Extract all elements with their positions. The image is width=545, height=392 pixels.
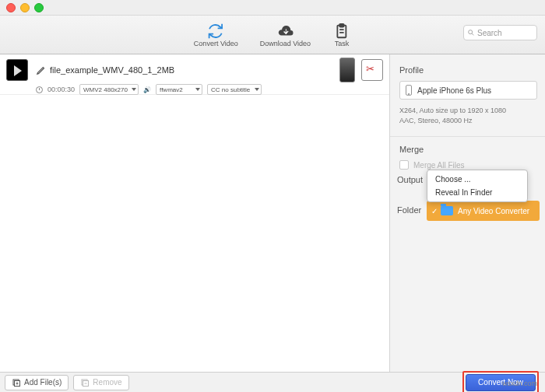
output-folder-name: Any Video Converter: [458, 207, 529, 215]
toolbar-task[interactable]: Task: [332, 23, 351, 47]
toolbar-convert-video[interactable]: Convert Video: [194, 23, 238, 47]
output-context-menu: Choose ... Reveal In Finder: [427, 170, 528, 202]
refresh-icon: [206, 23, 225, 40]
menu-reveal[interactable]: Reveal In Finder: [427, 186, 527, 199]
subtitle-select[interactable]: CC no subtitle: [207, 84, 262, 95]
close-button[interactable]: [6, 3, 16, 12]
search-icon: [467, 29, 475, 37]
output-folder-selected[interactable]: Any Video Converter: [427, 201, 540, 221]
toolbar: Convert Video Download Video Task Search: [0, 16, 545, 54]
video-edit-icon[interactable]: [361, 59, 383, 81]
add-files-button[interactable]: Add File(s): [5, 375, 69, 390]
menu-choose[interactable]: Choose ...: [427, 173, 527, 186]
play-thumbnail[interactable]: [6, 59, 28, 81]
maximize-button[interactable]: [34, 3, 44, 12]
minimize-button[interactable]: [20, 3, 30, 12]
output-title: Output: [397, 175, 423, 184]
profile-info: X264, Auto size up to 1920 x 1080 AAC, S…: [399, 106, 537, 125]
folder-icon: [441, 206, 453, 215]
clock-icon: [36, 86, 43, 93]
checkbox-icon[interactable]: [399, 160, 409, 170]
toolbar-convert-label: Convert Video: [194, 40, 238, 47]
file-duration: 00:00:30: [47, 86, 75, 93]
remove-icon: [80, 378, 90, 387]
merge-label: Merge All Files: [413, 161, 465, 170]
edit-icon[interactable]: [36, 65, 47, 75]
titlebar: [0, 0, 545, 16]
profile-select[interactable]: Apple iPhone 6s Plus: [399, 81, 537, 100]
add-icon: [12, 378, 21, 387]
audio-select[interactable]: ffwmav2: [156, 84, 202, 95]
clipboard-icon: [332, 23, 351, 40]
svg-rect-1: [339, 23, 344, 26]
watermark: wsxdn.com: [502, 380, 537, 387]
bottom-bar: Add File(s) Remove Convert Now: [0, 372, 545, 392]
device-preview-icon[interactable]: [339, 58, 355, 82]
merge-checkbox-row[interactable]: Merge All Files: [399, 160, 537, 170]
remove-button[interactable]: Remove: [73, 375, 128, 390]
toolbar-download-label: Download Video: [260, 40, 311, 47]
search-input[interactable]: Search: [463, 25, 537, 40]
toolbar-task-label: Task: [335, 40, 350, 47]
svg-point-2: [469, 30, 473, 34]
volume-icon: [143, 86, 151, 93]
profile-value: Apple iPhone 6s Plus: [417, 86, 491, 95]
file-item[interactable]: file_example_WMV_480_1_2MB 00:00:30 WMV2…: [0, 54, 389, 95]
phone-icon: [405, 85, 413, 96]
profile-title: Profile: [399, 65, 537, 75]
svg-point-4: [408, 93, 409, 94]
cloud-download-icon: [276, 23, 294, 40]
toolbar-download-video[interactable]: Download Video: [260, 23, 311, 47]
search-placeholder: Search: [477, 29, 502, 37]
folder-label: Folder: [397, 205, 421, 215]
file-list: file_example_WMV_480_1_2MB 00:00:30 WMV2…: [0, 54, 389, 372]
merge-title: Merge: [399, 145, 537, 154]
file-name: file_example_WMV_480_1_2MB: [50, 65, 174, 75]
codec-select[interactable]: WMV2 480x270: [79, 84, 139, 95]
